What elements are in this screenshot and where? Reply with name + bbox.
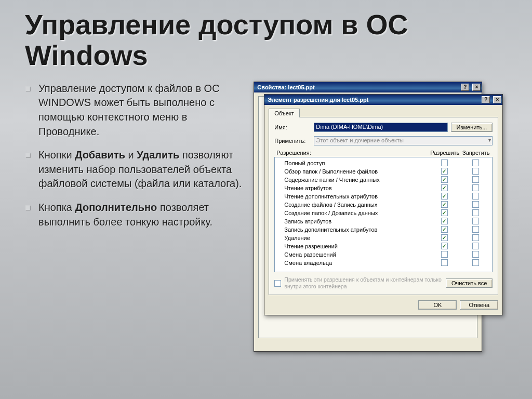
permission-name: Удаление [284,235,429,241]
permissions-list[interactable]: Полный доступОбзор папок / Выполнение фа… [274,157,493,272]
permission-row: Чтение атрибутов [284,184,491,192]
name-field[interactable]: Dima (DIMA-HOME\Dima) [314,123,447,132]
deny-checkbox[interactable] [472,259,479,266]
deny-checkbox[interactable] [472,251,479,258]
permission-name: Чтение разрешений [284,243,429,249]
permission-row: Чтение дополнительных атрибутов [284,192,491,201]
change-button[interactable]: Изменить... [451,123,493,132]
b2-mid: и [125,149,137,161]
allow-checkbox[interactable] [441,168,448,175]
close-icon[interactable]: × [472,84,481,91]
deny-checkbox[interactable] [472,234,479,241]
bullet-list: Управление доступом к файлов в ОС WINDOW… [25,82,247,238]
apply-only-note: Применять эти разрешения к объектам и ко… [284,276,443,290]
permission-row: Запись атрибутов [284,217,491,225]
deny-checkbox[interactable] [472,209,479,216]
help-icon[interactable]: ? [461,84,469,91]
permission-row: Смена владельца [284,259,491,267]
allow-checkbox[interactable] [441,159,448,166]
permission-name: Содержание папки / Чтение данных [284,177,429,183]
deny-checkbox[interactable] [472,193,479,200]
deny-checkbox[interactable] [472,159,479,166]
col-allow: Разрешить [429,150,460,156]
b2-bold-2: Удалить [137,149,179,161]
window-permission-entry: Элемент разрешения для lect05.ppt ? × Об… [264,94,503,315]
close-icon[interactable]: × [493,96,501,103]
permission-row: Содержание папки / Чтение данных [284,176,491,184]
allow-checkbox[interactable] [441,251,448,258]
bullet-1-text: Управление доступом к файлов в ОС WINDOW… [38,83,220,137]
permission-name: Запись дополнительных атрибутов [284,227,429,233]
cancel-button[interactable]: Отмена [460,300,498,310]
b2-a: Кнопки [38,149,75,161]
allow-checkbox[interactable] [441,193,448,200]
b3-a: Кнопка [38,202,75,213]
deny-checkbox[interactable] [472,243,479,249]
deny-checkbox[interactable] [472,218,479,224]
permission-name: Чтение дополнительных атрибутов [284,193,429,200]
deny-checkbox[interactable] [472,176,479,183]
permission-titlebar[interactable]: Элемент разрешения для lect05.ppt ? × [264,95,502,105]
allow-checkbox[interactable] [441,209,448,216]
permission-row: Чтение разрешений [284,242,491,250]
bullet-2: Кнопки Добавить и Удалить позволяют изме… [25,148,247,191]
b3-bold: Дополнительно [75,202,157,213]
permission-name: Чтение атрибутов [284,185,429,191]
permission-name: Смена разрешений [284,251,429,258]
permission-name: Запись атрибутов [284,218,429,224]
allow-checkbox[interactable] [441,243,448,249]
permission-row: Удаление [284,234,491,242]
help-icon[interactable]: ? [482,96,490,103]
apply-only-checkbox[interactable] [274,280,281,287]
bullet-3: Кнопка Дополнительно позволяет выполнить… [25,201,247,229]
permissions-header: Разрешения: [276,150,429,156]
permission-row: Смена разрешений [284,250,491,259]
permission-row: Полный доступ [284,159,491,167]
tab-object[interactable]: Объект [269,109,299,117]
deny-checkbox[interactable] [472,226,479,233]
properties-title: Свойства: lect05.ppt [257,84,314,90]
deny-checkbox[interactable] [472,201,479,208]
deny-checkbox[interactable] [472,168,479,175]
permission-name: Смена владельца [284,260,429,266]
permission-row: Запись дополнительных атрибутов [284,225,491,234]
col-deny: Запретить [460,150,491,156]
allow-checkbox[interactable] [441,259,448,266]
apply-dropdown[interactable]: Этот объект и дочерние объекты [314,136,493,145]
permission-name: Полный доступ [284,160,429,166]
permission-name: Создание папок / Дозапись данных [284,210,429,216]
allow-checkbox[interactable] [441,176,448,183]
slide-title: Управление доступом в ОС Windows [0,0,532,74]
allow-checkbox[interactable] [441,226,448,233]
name-label: Имя: [274,124,311,130]
allow-checkbox[interactable] [441,184,448,191]
allow-checkbox[interactable] [441,218,448,224]
ok-button[interactable]: OK [418,300,457,310]
permission-name: Создание файлов / Запись данных [284,202,429,208]
clear-all-button[interactable]: Очистить все [446,278,493,288]
allow-checkbox[interactable] [441,234,448,241]
b2-bold-1: Добавить [75,149,125,161]
apply-label: Применить: [274,138,311,144]
permission-title: Элемент разрешения для lect05.ppt [268,97,368,103]
permission-row: Создание файлов / Запись данных [284,201,491,209]
allow-checkbox[interactable] [441,201,448,208]
permission-row: Обзор папок / Выполнение файлов [284,167,491,176]
bullet-1: Управление доступом к файлов в ОС WINDOW… [25,82,247,139]
properties-titlebar[interactable]: Свойства: lect05.ppt ? × [254,82,482,92]
deny-checkbox[interactable] [472,184,479,191]
permission-row: Создание папок / Дозапись данных [284,209,491,217]
permission-name: Обзор папок / Выполнение файлов [284,168,429,175]
